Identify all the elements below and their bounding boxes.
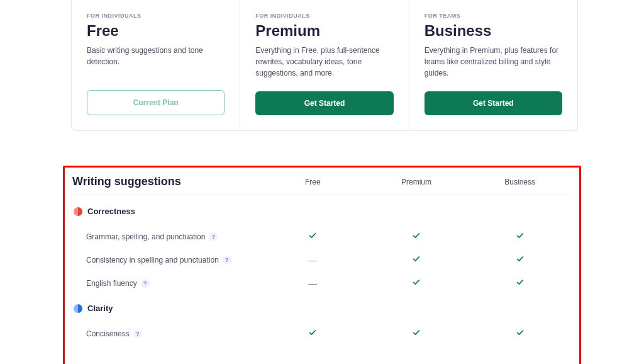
section-title-label: Correctness: [87, 207, 135, 216]
section-title-label: Clarity: [87, 304, 113, 313]
feature-cell: [468, 278, 572, 288]
feature-label-text: English fluency: [86, 279, 137, 288]
column-header-free: Free: [261, 178, 365, 186]
plan-card-premium: FOR INDIVIDUALS Premium Everything in Fr…: [240, 0, 409, 130]
dash-icon: —: [308, 255, 317, 265]
feature-row: Consistency in spelling and punctuation?…: [72, 248, 572, 271]
feature-cell: [261, 328, 365, 339]
feature-cell: [365, 328, 469, 339]
check-icon: [412, 329, 421, 339]
comparison-highlighted-box: Writing suggestions Free Premium Busines…: [63, 166, 581, 364]
check-icon: [516, 255, 525, 265]
plan-card-free: FOR INDIVIDUALS Free Basic writing sugge…: [72, 0, 240, 130]
check-icon: [412, 255, 421, 265]
plan-title: Premium: [255, 22, 393, 40]
plan-title: Free: [87, 22, 225, 40]
feature-label-text: Consistency in spelling and punctuation: [86, 256, 219, 264]
feature-cell: [365, 278, 469, 288]
plan-description: Everything in Premium, plus features for…: [425, 45, 562, 79]
plan-eyebrow: FOR TEAMS: [425, 13, 562, 19]
plan-card-business: FOR TEAMS Business Everything in Premium…: [409, 0, 577, 130]
plan-description: Everything in Free, plus full-sentence r…: [255, 45, 393, 79]
dash-icon: —: [308, 278, 317, 288]
check-icon: [516, 232, 525, 242]
check-icon: [516, 329, 525, 339]
plan-eyebrow: FOR INDIVIDUALS: [255, 13, 393, 19]
check-icon: [412, 278, 421, 288]
feature-label-text: Grammar, spelling, and punctuation: [86, 232, 205, 241]
plan-title: Business: [425, 22, 562, 40]
clarity-icon: [74, 304, 82, 313]
feature-label: English fluency?: [72, 279, 261, 288]
help-icon[interactable]: ?: [209, 232, 218, 241]
feature-cell: [468, 254, 572, 265]
feature-row: English fluency?—: [72, 271, 572, 295]
feature-label: Consistency in spelling and punctuation?: [72, 256, 261, 264]
get-started-button[interactable]: Get Started: [425, 91, 562, 115]
check-icon: [516, 278, 525, 288]
check-icon: [308, 329, 317, 339]
help-icon[interactable]: ?: [133, 329, 142, 338]
feature-cell: [365, 254, 469, 265]
column-header-business: Business: [468, 178, 572, 186]
comparison-header-row: Writing suggestions Free Premium Busines…: [72, 175, 572, 195]
section-title: Clarity: [74, 304, 572, 313]
get-started-button[interactable]: Get Started: [255, 91, 393, 115]
help-icon[interactable]: ?: [223, 256, 231, 264]
feature-row: Grammar, spelling, and punctuation?: [72, 225, 572, 248]
check-icon: [308, 232, 317, 242]
comparison-title: Writing suggestions: [72, 175, 261, 188]
feature-label-text: Conciseness: [86, 329, 130, 338]
feature-cell: [468, 231, 572, 242]
feature-label: Grammar, spelling, and punctuation?: [72, 232, 261, 241]
current-plan-button[interactable]: Current Plan: [87, 90, 225, 115]
pricing-plans-row: FOR INDIVIDUALS Free Basic writing sugge…: [71, 0, 578, 131]
plan-description: Basic writing suggestions and tone detec…: [87, 45, 225, 77]
feature-row: Conciseness?: [72, 322, 572, 345]
feature-cell: [365, 231, 469, 242]
feature-label: Conciseness?: [72, 329, 261, 338]
plan-eyebrow: FOR INDIVIDUALS: [87, 13, 225, 19]
section-title: Correctness: [74, 207, 572, 216]
correctness-icon: [74, 207, 82, 216]
feature-cell: —: [261, 255, 365, 265]
feature-cell: —: [261, 278, 365, 288]
help-icon[interactable]: ?: [141, 279, 150, 288]
feature-cell: [468, 328, 572, 339]
feature-cell: [261, 231, 365, 242]
check-icon: [412, 232, 421, 242]
column-header-premium: Premium: [365, 178, 469, 186]
